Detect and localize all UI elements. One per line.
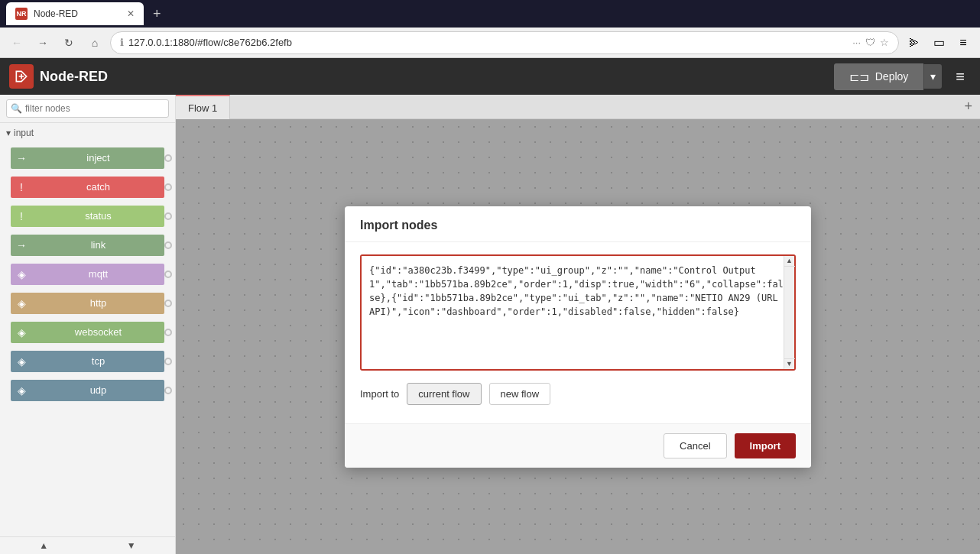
- link-node-icon: →: [11, 235, 32, 256]
- app-title: Node-RED: [40, 69, 108, 85]
- tab-title: Node-RED: [34, 8, 121, 19]
- sidebar-item-udp[interactable]: ◈ udp: [5, 377, 170, 404]
- address-bar[interactable]: ℹ 127.0.0.1:1880/#flow/c8e762b6.2fefb ··…: [110, 31, 899, 54]
- dialog-header: Import nodes: [345, 206, 811, 242]
- sidebar-scroll-up-button[interactable]: ▲: [0, 537, 88, 554]
- section-chevron-icon: ▾: [6, 128, 11, 138]
- nav-reload-button[interactable]: ↻: [58, 32, 80, 53]
- sidebar-item-status[interactable]: ! status: [5, 202, 170, 230]
- nav-forward-button[interactable]: →: [32, 32, 54, 53]
- nav-back-button[interactable]: ←: [6, 32, 28, 53]
- websocket-node-label: websocket: [32, 322, 164, 343]
- deploy-arrow-icon: ▾: [930, 70, 936, 83]
- import-label: Import: [750, 440, 780, 452]
- udp-node-icon: ◈: [11, 380, 32, 401]
- scrollbar-down-arrow[interactable]: ▼: [784, 358, 795, 369]
- catch-port-right: [164, 183, 172, 191]
- history-button[interactable]: ⫸: [904, 32, 925, 53]
- flow-tabs: Flow 1 +: [176, 95, 980, 119]
- sidebar-item-link[interactable]: → link: [5, 232, 170, 259]
- app-logo: Node-RED: [9, 64, 108, 89]
- deploy-dropdown-button[interactable]: ▾: [923, 64, 942, 89]
- more-options-icon[interactable]: ···: [852, 37, 861, 48]
- browser-menu-button[interactable]: ≡: [952, 32, 974, 53]
- flow-canvas: Flow 1 + Import nodes {"id":"a380c23b.f3…: [176, 95, 980, 554]
- import-nodes-dialog: Import nodes {"id":"a380c23b.f3499","typ…: [345, 206, 811, 468]
- sidebar-item-websocket[interactable]: ◈ websocket: [5, 319, 170, 346]
- sidebar-item-http[interactable]: ◈ http: [5, 290, 170, 317]
- current-flow-button[interactable]: current flow: [407, 383, 481, 405]
- status-node-icon: !: [11, 206, 32, 227]
- main-layout: 🔍 ▾ input → inject ! catch !: [0, 95, 980, 554]
- http-node-icon: ◈: [11, 293, 32, 314]
- import-to-label: Import to: [360, 388, 399, 400]
- flow-tab-add-button[interactable]: +: [956, 99, 980, 115]
- deploy-button[interactable]: ⊏⊐ Deploy: [834, 63, 924, 90]
- status-port-right: [164, 212, 172, 220]
- dialog-title: Import nodes: [360, 219, 437, 232]
- mqtt-port-right: [164, 271, 172, 278]
- inject-port-right: [164, 154, 172, 162]
- sidebar-scroll-down-button[interactable]: ▼: [88, 537, 176, 554]
- link-port-right: [164, 241, 172, 249]
- status-node-label: status: [32, 206, 164, 227]
- sidebar-item-mqtt[interactable]: ◈ mqtt: [5, 261, 170, 288]
- nav-home-button[interactable]: ⌂: [84, 32, 105, 53]
- mqtt-node-icon: ◈: [11, 264, 32, 285]
- sidebar: 🔍 ▾ input → inject ! catch !: [0, 95, 176, 554]
- browser-nav-bar: ← → ↻ ⌂ ℹ 127.0.0.1:1880/#flow/c8e762b6.…: [0, 28, 980, 58]
- new-tab-button[interactable]: +: [153, 6, 161, 22]
- bookmark-icon[interactable]: 🛡: [865, 37, 875, 48]
- udp-port-right: [164, 387, 172, 394]
- dialog-textarea-wrapper: {"id":"a380c23b.f3499","type":"ui_group"…: [360, 254, 796, 371]
- http-node-label: http: [32, 293, 164, 314]
- tcp-node-label: tcp: [32, 351, 164, 372]
- app-bar: Node-RED ⊏⊐ Deploy ▾ ≡: [0, 58, 980, 95]
- sidebar-section-header[interactable]: ▾ input: [0, 123, 175, 143]
- browser-tab[interactable]: NR Node-RED ✕: [6, 2, 144, 25]
- import-textarea[interactable]: {"id":"a380c23b.f3499","type":"ui_group"…: [362, 256, 794, 367]
- sidebar-nodes: → inject ! catch ! status → link: [0, 143, 175, 536]
- cancel-button[interactable]: Cancel: [664, 433, 726, 458]
- url-text: 127.0.0.1:1880/#flow/c8e762b6.2fefb: [128, 37, 848, 48]
- sidebar-toggle-button[interactable]: ▭: [928, 32, 949, 53]
- nodered-logo-svg: [14, 69, 29, 84]
- sidebar-item-tcp[interactable]: ◈ tcp: [5, 348, 170, 375]
- deploy-btn-group: ⊏⊐ Deploy ▾: [834, 63, 943, 90]
- import-to-row: Import to current flow new flow: [360, 383, 796, 405]
- search-icon: 🔍: [11, 103, 22, 114]
- dialog-footer: Cancel Import: [345, 423, 811, 468]
- scrollbar-up-arrow[interactable]: ▲: [784, 256, 795, 267]
- dialog-textarea-scrollbar: ▲ ▼: [784, 256, 794, 369]
- search-input[interactable]: [6, 99, 169, 118]
- new-flow-label: new flow: [501, 388, 540, 400]
- http-port-right: [164, 300, 172, 307]
- app-logo-icon: [9, 64, 34, 89]
- inject-node-label: inject: [32, 147, 164, 169]
- udp-node-label: udp: [32, 380, 164, 401]
- sidebar-filter-wrap: 🔍: [6, 99, 169, 118]
- section-label: input: [14, 128, 34, 138]
- canvas-area[interactable]: Import nodes {"id":"a380c23b.f3499","typ…: [176, 119, 980, 554]
- app-menu-button[interactable]: ≡: [949, 65, 971, 89]
- tab-favicon: NR: [15, 8, 28, 20]
- catch-node-icon: !: [11, 177, 32, 198]
- nav-actions: ⫸ ▭ ≡: [904, 32, 974, 53]
- tcp-port-right: [164, 358, 172, 365]
- flow-tab-flow1[interactable]: Flow 1: [176, 95, 230, 119]
- sidebar-item-catch[interactable]: ! catch: [5, 173, 170, 201]
- sidebar-item-inject[interactable]: → inject: [5, 144, 170, 172]
- mqtt-node-label: mqtt: [32, 264, 164, 285]
- import-button[interactable]: Import: [735, 433, 796, 458]
- star-icon[interactable]: ☆: [880, 37, 889, 48]
- security-icon: ℹ: [120, 37, 124, 48]
- deploy-icon: ⊏⊐: [849, 70, 869, 84]
- new-flow-button[interactable]: new flow: [489, 383, 551, 405]
- inject-node-icon: →: [11, 147, 32, 169]
- flow-tab-label: Flow 1: [188, 102, 217, 114]
- link-node-label: link: [32, 235, 164, 256]
- browser-title-bar: NR Node-RED ✕ +: [0, 0, 980, 28]
- tab-close-icon[interactable]: ✕: [127, 8, 135, 19]
- cancel-label: Cancel: [680, 440, 710, 452]
- deploy-label: Deploy: [875, 70, 909, 83]
